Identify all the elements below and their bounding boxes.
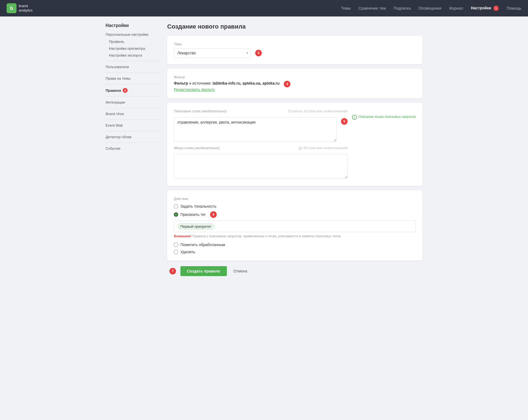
action-radio-group: Задать тональность Присвоить тег 6 (174, 204, 416, 218)
sidebar-item-events[interactable]: События (106, 145, 161, 152)
search-words-textarea[interactable] (174, 117, 337, 142)
radio-mark-processed-input[interactable] (174, 243, 178, 247)
search-words-header: Поисковые слова (необязательно) Осталось… (174, 109, 348, 115)
theme-select-wrapper: Лекарство ▾ (174, 48, 251, 58)
settings-badge: 1 (493, 5, 499, 11)
search-words-card: Поисковые слова (необязательно) Осталось… (167, 103, 422, 186)
page-layout: Настройки Персональные настройки Профиль… (99, 16, 429, 283)
radio-delete[interactable]: Удалить (174, 250, 416, 254)
sidebar: Настройки Персональные настройки Профиль… (106, 23, 161, 276)
minus-words-label: Минус-слова (необязательно) (174, 146, 219, 150)
info-link[interactable]: Описание языка поисковых запросов (359, 115, 416, 119)
sidebar-divider-6 (106, 119, 161, 120)
step-6-badge: 6 (210, 211, 217, 218)
radio-set-tone-input[interactable] (174, 204, 178, 208)
theme-card: Тема Лекарство ▾ 3 (167, 36, 422, 64)
cancel-button[interactable]: Отмена (231, 266, 249, 276)
nav-help[interactable]: Помощь (507, 6, 521, 10)
warning-prefix: Внимание! (174, 234, 191, 238)
nav-themes[interactable]: Темы (341, 6, 351, 10)
tag-input-area[interactable]: Первый приоритет (174, 221, 416, 232)
logo: b brand analytics (7, 3, 33, 13)
sidebar-divider-4 (106, 96, 161, 97)
filter-text: Фильтр » источники: tabletka-info.ru, ap… (174, 81, 279, 85)
logo-icon: b (7, 3, 16, 13)
action-card: Действие Задать тональность Присвоить те… (167, 190, 422, 261)
sidebar-divider-5 (106, 108, 161, 108)
edit-filter-link[interactable]: Редактировать фильтр (174, 87, 416, 92)
sidebar-title: Настройки (106, 23, 161, 28)
sidebar-item-export-settings[interactable]: Настройки экспорта (106, 52, 161, 59)
app-header: b brand analytics Темы Сравнение тем Под… (0, 0, 528, 16)
nav-journal[interactable]: Журнал (449, 6, 463, 10)
step-3-badge: 3 (255, 50, 262, 56)
radio-delete-input[interactable] (174, 250, 178, 254)
sidebar-divider-8 (106, 143, 161, 143)
main-content: Создание нового правила Тема Лекарство ▾… (167, 23, 422, 276)
radio-delete-label: Удалить (180, 250, 195, 254)
sidebar-item-profile[interactable]: Профиль (106, 38, 161, 45)
warning-text: Внимание! Правила с поисковым запросом, … (174, 234, 416, 238)
nav-settings[interactable]: Настройки 1 (471, 5, 499, 11)
step-7-badge: 7 (169, 268, 176, 274)
sidebar-section-personal: Персональные настройки (106, 32, 161, 37)
theme-field-label: Тема (174, 42, 416, 46)
sidebar-divider-2 (106, 73, 161, 73)
radio-assign-tag[interactable]: Присвоить тег 6 (174, 211, 416, 218)
filter-card: Фильтр Фильтр » источники: tabletka-info… (167, 69, 422, 98)
action-radio-group-2: Пометить обработанным Удалить (174, 243, 416, 254)
create-rule-button[interactable]: Создать правило (180, 266, 227, 276)
tag-chip: Первый приоритет (177, 223, 215, 230)
sidebar-item-brand-visor[interactable]: Brand Visor (106, 110, 161, 117)
sidebar-item-fault-detector[interactable]: Детектор сбоев (106, 133, 161, 140)
sidebar-divider-3 (106, 84, 161, 84)
sidebar-divider-1 (106, 61, 161, 61)
radio-set-tone[interactable]: Задать тональность (174, 204, 416, 208)
step-4-badge: 4 (284, 81, 290, 87)
minus-words-header: Минус-слова (необязательно) До 50 слов и… (174, 146, 348, 152)
sidebar-item-view-settings[interactable]: Настройки просмотра (106, 45, 161, 52)
nav-subscription[interactable]: Подписка (394, 6, 411, 10)
sidebar-item-rules[interactable]: Правила 2 (106, 87, 161, 94)
minus-words-textarea[interactable] (174, 154, 348, 179)
radio-assign-tag-label: Присвоить тег (180, 212, 206, 217)
nav-alerts[interactable]: Оповещения (418, 6, 441, 10)
radio-set-tone-label: Задать тональность (180, 204, 216, 208)
page-title: Создание нового правила (167, 23, 422, 30)
main-nav: Темы Сравнение тем Подписка Оповещения Ж… (341, 5, 521, 11)
sidebar-item-topic-rights[interactable]: Права на темы (106, 75, 161, 82)
sidebar-item-event-wall[interactable]: Event Wall (106, 122, 161, 129)
theme-select[interactable]: Лекарство (174, 48, 251, 58)
sidebar-item-users[interactable]: Пользователи (106, 63, 161, 70)
step-5-badge: 5 (341, 118, 348, 125)
search-words-label: Поисковые слова (необязательно) (174, 109, 227, 113)
form-buttons: 7 Создать правило Отмена (167, 266, 422, 276)
action-label: Действие (174, 197, 416, 201)
info-icon: i (352, 115, 357, 120)
logo-text: brand analytics (19, 4, 33, 12)
rules-badge: 2 (123, 88, 128, 93)
warning-content: Правила с поисковым запросом, применённы… (192, 234, 340, 238)
search-words-remaining: Осталось 16 слов или словосочетаний (288, 109, 348, 113)
radio-mark-processed-label: Пометить обработанным (180, 243, 225, 247)
sidebar-item-integrations[interactable]: Интеграции (106, 99, 161, 106)
sidebar-divider-7 (106, 131, 161, 131)
radio-assign-tag-input[interactable] (174, 212, 178, 217)
radio-mark-processed[interactable]: Пометить обработанным (174, 243, 416, 247)
filter-label: Фильтр (174, 75, 416, 79)
minus-words-hint: До 50 слов или словосочетаний (299, 146, 348, 150)
nav-compare[interactable]: Сравнение тем (359, 6, 386, 10)
